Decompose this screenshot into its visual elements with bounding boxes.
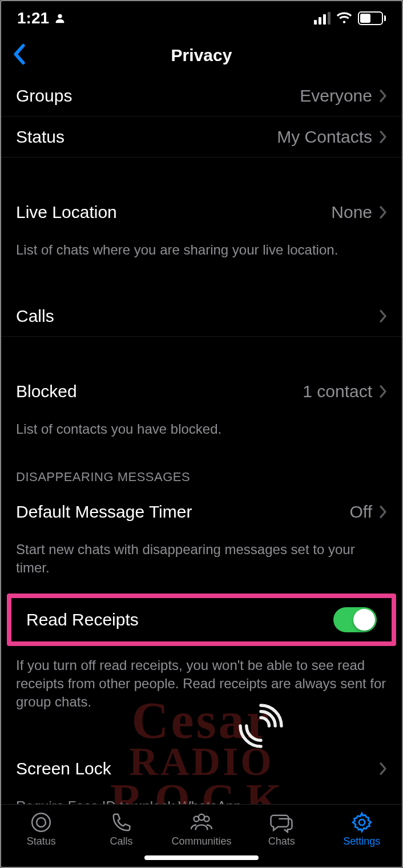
chevron-right-icon (379, 309, 387, 323)
settings-list[interactable]: Groups Everyone Status My Contacts Live … (1, 75, 402, 804)
svg-point-1 (32, 813, 50, 831)
row-blocked[interactable]: Blocked 1 contact (1, 371, 402, 412)
row-label: Status (16, 127, 65, 147)
row-label: Screen Lock (16, 759, 111, 778)
read-receipts-toggle[interactable] (333, 607, 377, 632)
blocked-note: List of contacts you have blocked. (1, 412, 402, 452)
svg-point-0 (58, 14, 62, 18)
nav-header: Privacy (1, 35, 402, 75)
row-label: Calls (16, 306, 54, 326)
row-value: None (331, 203, 372, 222)
back-button[interactable] (13, 43, 27, 67)
svg-point-5 (199, 814, 205, 821)
row-value: Everyone (300, 86, 372, 106)
communities-icon (190, 812, 213, 833)
chevron-right-icon (379, 205, 387, 219)
cellular-signal-icon (314, 12, 331, 25)
row-label: Read Receipts (26, 610, 139, 629)
phone-icon (111, 812, 132, 833)
status-icon (30, 812, 52, 833)
gear-icon (351, 812, 373, 833)
row-value: 1 contact (303, 382, 372, 401)
tab-communities[interactable]: Communities (162, 812, 241, 847)
person-icon (54, 12, 66, 25)
row-groups[interactable]: Groups Everyone (1, 75, 402, 116)
chevron-right-icon (379, 130, 387, 144)
svg-point-6 (359, 819, 365, 825)
row-label: Groups (16, 86, 72, 106)
live-location-note: List of chats where you are sharing your… (1, 233, 402, 273)
home-indicator[interactable] (144, 855, 259, 860)
tab-status[interactable]: Status (1, 812, 81, 847)
wifi-icon (336, 12, 352, 25)
chevron-left-icon (13, 43, 27, 65)
status-bar: 1:21 45 (1, 1, 402, 35)
tab-calls[interactable]: Calls (81, 812, 161, 847)
chats-icon (270, 812, 293, 833)
read-receipts-note: If you turn off read receipts, you won't… (1, 648, 402, 725)
row-default-message-timer[interactable]: Default Message Timer Off (1, 491, 402, 532)
row-live-location[interactable]: Live Location None (1, 192, 402, 233)
row-status[interactable]: Status My Contacts (1, 116, 402, 158)
tab-chats[interactable]: Chats (241, 812, 321, 847)
status-left: 1:21 (17, 9, 66, 27)
status-time: 1:21 (17, 9, 49, 27)
tab-label: Chats (268, 835, 295, 847)
read-receipts-highlight: Read Receipts (7, 594, 396, 646)
tab-label: Communities (171, 835, 231, 847)
tab-label: Settings (343, 835, 380, 847)
row-label: Blocked (16, 382, 77, 401)
chevron-right-icon (379, 89, 387, 103)
chevron-right-icon (379, 762, 387, 776)
page-title: Privacy (171, 46, 232, 65)
row-value: Off (350, 502, 372, 522)
row-label: Default Message Timer (16, 502, 192, 522)
row-label: Live Location (16, 203, 117, 222)
battery-icon: 45 (358, 11, 386, 25)
chevron-right-icon (379, 385, 387, 398)
device-frame: 1:21 45 Privacy Groups Everyone Sta (0, 0, 403, 868)
row-screen-lock[interactable]: Screen Lock (1, 748, 402, 789)
tab-label: Calls (110, 835, 133, 847)
tab-settings[interactable]: Settings (322, 812, 402, 847)
tab-label: Status (27, 835, 56, 847)
row-value: My Contacts (277, 127, 372, 147)
section-disappearing-messages: DISAPPEARING MESSAGES (1, 453, 402, 491)
status-right: 45 (314, 11, 386, 25)
timer-note: Start new chats with disappearing messag… (1, 532, 402, 591)
chevron-right-icon (379, 505, 387, 519)
battery-percent: 45 (366, 14, 376, 23)
screen-lock-note: Require Face ID to unlock WhatsApp. (1, 789, 402, 804)
row-calls[interactable]: Calls (1, 296, 402, 337)
row-read-receipts[interactable]: Read Receipts (11, 598, 392, 641)
svg-point-2 (37, 818, 46, 827)
